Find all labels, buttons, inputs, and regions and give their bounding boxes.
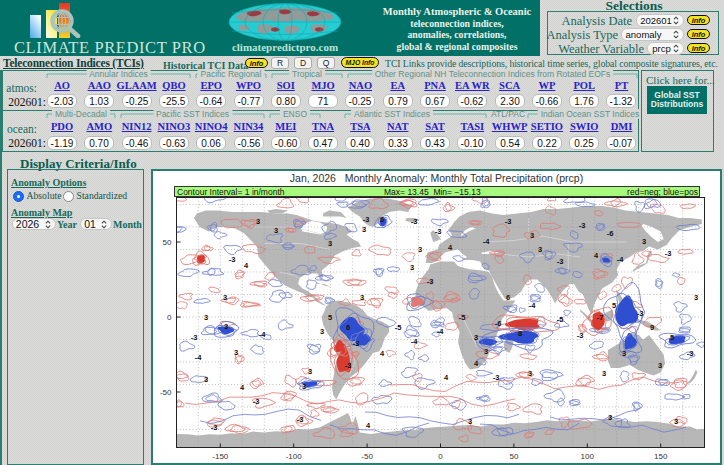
svg-text:3: 3 (468, 417, 472, 426)
svg-text:3: 3 (320, 327, 324, 336)
svg-text:0: 0 (438, 452, 443, 461)
svg-text:-3: -3 (435, 227, 442, 236)
svg-text:6: 6 (506, 293, 510, 302)
svg-text:-4: -4 (617, 255, 624, 264)
svg-text:-3: -3 (353, 339, 360, 348)
svg-text:-100: -100 (286, 452, 303, 461)
svg-text:-3: -3 (637, 309, 644, 318)
svg-text:3: 3 (328, 239, 332, 248)
svg-text:-5: -5 (459, 313, 466, 322)
svg-text:4: 4 (366, 421, 371, 430)
svg-text:-50: -50 (361, 452, 373, 461)
svg-text:-150: -150 (212, 452, 229, 461)
svg-text:3: 3 (474, 333, 478, 342)
svg-text:5: 5 (670, 333, 674, 342)
svg-text:-3: -3 (297, 415, 304, 424)
svg-text:-3: -3 (493, 373, 500, 382)
svg-text:3: 3 (608, 413, 612, 422)
svg-text:-6: -6 (495, 319, 502, 328)
svg-text:3: 3 (308, 367, 312, 376)
svg-text:-3: -3 (577, 331, 584, 340)
svg-text:50: 50 (509, 452, 518, 461)
svg-text:-50: -50 (160, 388, 172, 397)
svg-text:3: 3 (204, 313, 208, 322)
svg-text:-3: -3 (665, 249, 672, 258)
svg-text:-4: -4 (483, 237, 490, 246)
svg-text:3: 3 (538, 245, 542, 254)
svg-text:5: 5 (612, 301, 616, 310)
svg-text:-4: -4 (437, 327, 444, 336)
svg-text:3: 3 (622, 349, 626, 358)
svg-text:3: 3 (674, 417, 678, 426)
svg-text:3: 3 (658, 361, 662, 370)
svg-text:-3: -3 (557, 257, 564, 266)
svg-text:3: 3 (274, 226, 278, 235)
svg-text:3: 3 (530, 231, 534, 240)
svg-text:3: 3 (360, 293, 364, 302)
svg-text:-4: -4 (195, 353, 202, 362)
svg-text:-3: -3 (411, 217, 418, 226)
svg-text:4: 4 (244, 261, 249, 270)
svg-text:3: 3 (694, 293, 698, 302)
svg-text:-6: -6 (607, 229, 614, 238)
svg-text:3: 3 (224, 322, 228, 331)
svg-text:3: 3 (410, 263, 414, 272)
svg-text:-3: -3 (229, 255, 236, 264)
svg-text:-3: -3 (687, 349, 694, 358)
svg-text:3: 3 (204, 375, 208, 384)
svg-text:3: 3 (362, 225, 366, 234)
svg-text:3: 3 (302, 382, 306, 391)
svg-text:6: 6 (380, 215, 384, 224)
svg-text:150: 150 (654, 452, 668, 461)
svg-text:3: 3 (484, 347, 488, 356)
svg-text:3: 3 (418, 245, 422, 254)
svg-text:-7: -7 (597, 313, 604, 322)
svg-text:-5: -5 (557, 315, 564, 324)
svg-text:4: 4 (444, 373, 449, 382)
svg-text:100: 100 (581, 452, 595, 461)
svg-text:3: 3 (602, 369, 606, 378)
svg-text:3: 3 (234, 348, 238, 357)
svg-text:-4: -4 (529, 301, 536, 310)
svg-text:-3: -3 (211, 423, 218, 432)
svg-text:9: 9 (650, 323, 654, 332)
svg-text:5: 5 (328, 313, 332, 322)
svg-text:-5: -5 (395, 323, 402, 332)
svg-text:8: 8 (518, 329, 522, 338)
svg-text:50: 50 (163, 238, 172, 247)
svg-text:-4: -4 (259, 330, 266, 339)
svg-text:6: 6 (346, 323, 350, 332)
svg-text:0: 0 (167, 313, 172, 322)
svg-text:-3: -3 (191, 333, 198, 342)
svg-text:-3: -3 (345, 361, 352, 370)
svg-text:-3: -3 (579, 221, 586, 230)
svg-text:4: 4 (380, 349, 385, 358)
svg-text:-3: -3 (427, 277, 434, 286)
svg-text:3: 3 (528, 369, 532, 378)
svg-text:-4: -4 (411, 337, 418, 346)
svg-text:-3: -3 (363, 215, 370, 224)
svg-text:-3: -3 (505, 217, 512, 226)
svg-text:3: 3 (256, 217, 260, 226)
svg-text:3: 3 (642, 237, 646, 246)
svg-text:3: 3 (223, 293, 227, 302)
svg-text:-3: -3 (253, 397, 260, 406)
